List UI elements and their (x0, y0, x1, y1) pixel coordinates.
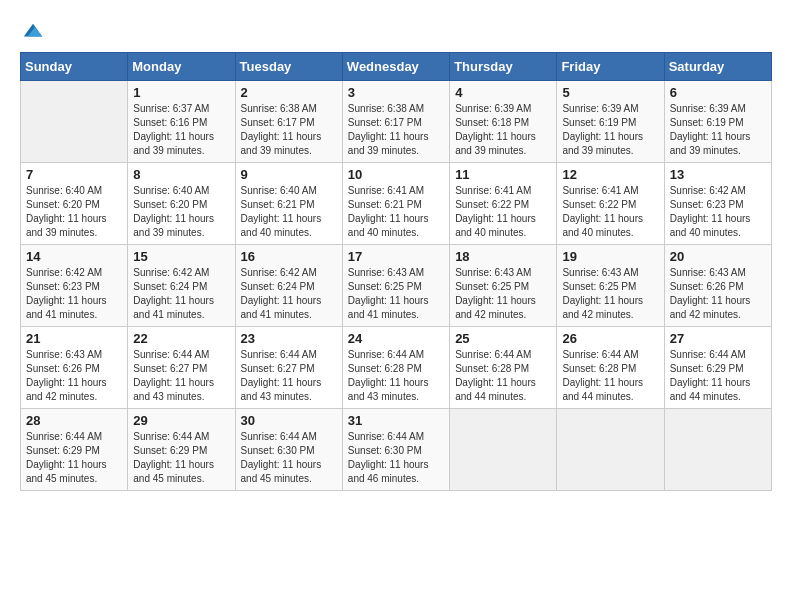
day-info: Sunrise: 6:43 AMSunset: 6:26 PMDaylight:… (26, 348, 122, 404)
day-number: 14 (26, 249, 122, 264)
day-info: Sunrise: 6:40 AMSunset: 6:20 PMDaylight:… (133, 184, 229, 240)
calendar-cell: 27Sunrise: 6:44 AMSunset: 6:29 PMDayligh… (664, 327, 771, 409)
day-number: 11 (455, 167, 551, 182)
calendar-cell: 10Sunrise: 6:41 AMSunset: 6:21 PMDayligh… (342, 163, 449, 245)
day-info: Sunrise: 6:41 AMSunset: 6:21 PMDaylight:… (348, 184, 444, 240)
header-tuesday: Tuesday (235, 53, 342, 81)
day-info: Sunrise: 6:37 AMSunset: 6:16 PMDaylight:… (133, 102, 229, 158)
header-friday: Friday (557, 53, 664, 81)
day-info: Sunrise: 6:39 AMSunset: 6:18 PMDaylight:… (455, 102, 551, 158)
calendar-cell (450, 409, 557, 491)
day-number: 19 (562, 249, 658, 264)
day-info: Sunrise: 6:43 AMSunset: 6:25 PMDaylight:… (348, 266, 444, 322)
day-number: 22 (133, 331, 229, 346)
calendar-cell: 24Sunrise: 6:44 AMSunset: 6:28 PMDayligh… (342, 327, 449, 409)
day-number: 30 (241, 413, 337, 428)
day-info: Sunrise: 6:40 AMSunset: 6:21 PMDaylight:… (241, 184, 337, 240)
day-info: Sunrise: 6:41 AMSunset: 6:22 PMDaylight:… (455, 184, 551, 240)
calendar-cell: 8Sunrise: 6:40 AMSunset: 6:20 PMDaylight… (128, 163, 235, 245)
day-number: 1 (133, 85, 229, 100)
day-number: 7 (26, 167, 122, 182)
calendar-cell: 17Sunrise: 6:43 AMSunset: 6:25 PMDayligh… (342, 245, 449, 327)
calendar-cell: 25Sunrise: 6:44 AMSunset: 6:28 PMDayligh… (450, 327, 557, 409)
calendar-week-row: 14Sunrise: 6:42 AMSunset: 6:23 PMDayligh… (21, 245, 772, 327)
day-number: 27 (670, 331, 766, 346)
day-number: 8 (133, 167, 229, 182)
calendar-cell: 22Sunrise: 6:44 AMSunset: 6:27 PMDayligh… (128, 327, 235, 409)
page-header (20, 20, 772, 42)
calendar-cell: 2Sunrise: 6:38 AMSunset: 6:17 PMDaylight… (235, 81, 342, 163)
day-info: Sunrise: 6:43 AMSunset: 6:25 PMDaylight:… (455, 266, 551, 322)
day-number: 6 (670, 85, 766, 100)
day-number: 17 (348, 249, 444, 264)
day-number: 29 (133, 413, 229, 428)
calendar-cell: 20Sunrise: 6:43 AMSunset: 6:26 PMDayligh… (664, 245, 771, 327)
calendar-cell: 30Sunrise: 6:44 AMSunset: 6:30 PMDayligh… (235, 409, 342, 491)
day-number: 23 (241, 331, 337, 346)
calendar-cell: 9Sunrise: 6:40 AMSunset: 6:21 PMDaylight… (235, 163, 342, 245)
calendar-table: SundayMondayTuesdayWednesdayThursdayFrid… (20, 52, 772, 491)
day-info: Sunrise: 6:42 AMSunset: 6:23 PMDaylight:… (670, 184, 766, 240)
calendar-cell: 11Sunrise: 6:41 AMSunset: 6:22 PMDayligh… (450, 163, 557, 245)
calendar-week-row: 21Sunrise: 6:43 AMSunset: 6:26 PMDayligh… (21, 327, 772, 409)
calendar-cell: 28Sunrise: 6:44 AMSunset: 6:29 PMDayligh… (21, 409, 128, 491)
header-thursday: Thursday (450, 53, 557, 81)
header-sunday: Sunday (21, 53, 128, 81)
calendar-cell: 5Sunrise: 6:39 AMSunset: 6:19 PMDaylight… (557, 81, 664, 163)
calendar-cell: 6Sunrise: 6:39 AMSunset: 6:19 PMDaylight… (664, 81, 771, 163)
day-info: Sunrise: 6:38 AMSunset: 6:17 PMDaylight:… (348, 102, 444, 158)
calendar-week-row: 7Sunrise: 6:40 AMSunset: 6:20 PMDaylight… (21, 163, 772, 245)
day-number: 10 (348, 167, 444, 182)
calendar-cell (557, 409, 664, 491)
calendar-cell: 12Sunrise: 6:41 AMSunset: 6:22 PMDayligh… (557, 163, 664, 245)
logo-icon (22, 20, 44, 42)
day-info: Sunrise: 6:39 AMSunset: 6:19 PMDaylight:… (562, 102, 658, 158)
calendar-cell: 15Sunrise: 6:42 AMSunset: 6:24 PMDayligh… (128, 245, 235, 327)
day-info: Sunrise: 6:44 AMSunset: 6:30 PMDaylight:… (348, 430, 444, 486)
day-info: Sunrise: 6:44 AMSunset: 6:30 PMDaylight:… (241, 430, 337, 486)
day-info: Sunrise: 6:44 AMSunset: 6:28 PMDaylight:… (562, 348, 658, 404)
day-info: Sunrise: 6:42 AMSunset: 6:23 PMDaylight:… (26, 266, 122, 322)
calendar-cell: 18Sunrise: 6:43 AMSunset: 6:25 PMDayligh… (450, 245, 557, 327)
day-info: Sunrise: 6:42 AMSunset: 6:24 PMDaylight:… (133, 266, 229, 322)
header-wednesday: Wednesday (342, 53, 449, 81)
day-info: Sunrise: 6:43 AMSunset: 6:25 PMDaylight:… (562, 266, 658, 322)
day-info: Sunrise: 6:44 AMSunset: 6:27 PMDaylight:… (241, 348, 337, 404)
day-number: 25 (455, 331, 551, 346)
calendar-cell: 4Sunrise: 6:39 AMSunset: 6:18 PMDaylight… (450, 81, 557, 163)
day-info: Sunrise: 6:42 AMSunset: 6:24 PMDaylight:… (241, 266, 337, 322)
header-monday: Monday (128, 53, 235, 81)
calendar-week-row: 1Sunrise: 6:37 AMSunset: 6:16 PMDaylight… (21, 81, 772, 163)
day-number: 4 (455, 85, 551, 100)
calendar-cell: 31Sunrise: 6:44 AMSunset: 6:30 PMDayligh… (342, 409, 449, 491)
day-info: Sunrise: 6:40 AMSunset: 6:20 PMDaylight:… (26, 184, 122, 240)
calendar-cell: 7Sunrise: 6:40 AMSunset: 6:20 PMDaylight… (21, 163, 128, 245)
day-info: Sunrise: 6:41 AMSunset: 6:22 PMDaylight:… (562, 184, 658, 240)
header-saturday: Saturday (664, 53, 771, 81)
calendar-cell: 19Sunrise: 6:43 AMSunset: 6:25 PMDayligh… (557, 245, 664, 327)
calendar-cell: 21Sunrise: 6:43 AMSunset: 6:26 PMDayligh… (21, 327, 128, 409)
calendar-cell (664, 409, 771, 491)
day-info: Sunrise: 6:44 AMSunset: 6:29 PMDaylight:… (133, 430, 229, 486)
day-info: Sunrise: 6:44 AMSunset: 6:29 PMDaylight:… (670, 348, 766, 404)
day-number: 31 (348, 413, 444, 428)
day-number: 21 (26, 331, 122, 346)
day-info: Sunrise: 6:39 AMSunset: 6:19 PMDaylight:… (670, 102, 766, 158)
day-info: Sunrise: 6:44 AMSunset: 6:27 PMDaylight:… (133, 348, 229, 404)
day-number: 26 (562, 331, 658, 346)
day-info: Sunrise: 6:44 AMSunset: 6:29 PMDaylight:… (26, 430, 122, 486)
day-number: 28 (26, 413, 122, 428)
calendar-cell (21, 81, 128, 163)
day-number: 24 (348, 331, 444, 346)
calendar-cell: 14Sunrise: 6:42 AMSunset: 6:23 PMDayligh… (21, 245, 128, 327)
calendar-week-row: 28Sunrise: 6:44 AMSunset: 6:29 PMDayligh… (21, 409, 772, 491)
calendar-cell: 23Sunrise: 6:44 AMSunset: 6:27 PMDayligh… (235, 327, 342, 409)
day-number: 18 (455, 249, 551, 264)
day-number: 9 (241, 167, 337, 182)
day-number: 3 (348, 85, 444, 100)
logo (20, 20, 44, 42)
day-number: 13 (670, 167, 766, 182)
calendar-cell: 26Sunrise: 6:44 AMSunset: 6:28 PMDayligh… (557, 327, 664, 409)
calendar-cell: 3Sunrise: 6:38 AMSunset: 6:17 PMDaylight… (342, 81, 449, 163)
day-number: 15 (133, 249, 229, 264)
